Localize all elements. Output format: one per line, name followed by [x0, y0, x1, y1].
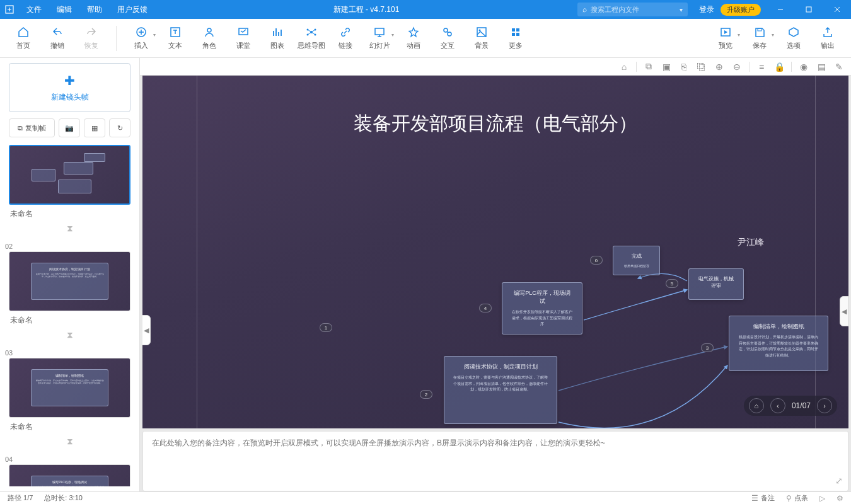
- insert-button[interactable]: 插入▾: [124, 21, 158, 56]
- slide-button[interactable]: 幻灯片▾: [362, 21, 397, 56]
- settings-button[interactable]: ⚙: [837, 494, 843, 503]
- search-input[interactable]: [591, 6, 680, 13]
- canvas-author: 尹江峰: [738, 237, 764, 248]
- snapshot-icon[interactable]: ◉: [798, 61, 809, 72]
- badge-6: 6: [590, 256, 603, 265]
- clipboard-icon[interactable]: ⎘: [678, 61, 690, 72]
- transition-icon[interactable]: ⧗: [9, 220, 130, 236]
- collapse-right-button[interactable]: ◀: [840, 296, 848, 326]
- link-button[interactable]: 链接: [328, 21, 362, 56]
- chart-label: 图表: [270, 41, 284, 50]
- undo-button[interactable]: 撤销: [40, 21, 74, 56]
- maximize-button[interactable]: [794, 0, 823, 19]
- chevron-down-icon: ▾: [772, 32, 774, 38]
- refresh-button[interactable]: ↻: [109, 118, 130, 137]
- more-button[interactable]: 更多: [499, 21, 533, 56]
- flow-node-n4[interactable]: 编写PLC程序，现场调试在软件开发阶段应不断深入了解客户需求，根据实际现场工艺编…: [502, 282, 582, 335]
- slide-icon: [373, 26, 386, 38]
- home-label: 首页: [16, 41, 30, 50]
- thumbnail[interactable]: 阅读技术协议，制定项目计划在项目立项之时，需要与客户沟通阅读技术协议，了解整个项…: [9, 251, 130, 311]
- collapse-left-button[interactable]: ◀: [142, 315, 151, 345]
- copy-icon[interactable]: ⧉: [643, 61, 654, 72]
- menu-file[interactable]: 文件: [19, 0, 49, 19]
- badge-3: 3: [701, 343, 714, 352]
- menu-edit[interactable]: 编辑: [49, 0, 79, 19]
- preview-button[interactable]: 预览▾: [709, 21, 743, 56]
- role-icon: [203, 26, 216, 38]
- node-title: 编写PLC程序，现场调试: [511, 289, 573, 306]
- chart-button[interactable]: 图表: [260, 21, 294, 56]
- options-icon: [787, 26, 800, 38]
- zoom-in-icon[interactable]: ⊕: [714, 61, 725, 72]
- pointer-button[interactable]: ⚲点条: [786, 493, 808, 503]
- redo-button[interactable]: 恢复: [74, 21, 108, 56]
- qr-button[interactable]: ▦: [84, 118, 105, 137]
- save-button[interactable]: 保存▾: [743, 21, 777, 56]
- flow-node-n6[interactable]: 完成纸质单据归档留存: [613, 246, 660, 275]
- options-button[interactable]: 选项: [777, 21, 811, 56]
- flow-node-n3[interactable]: 编制清单，绘制图纸根据项目设计计划，开展初步清单编制，清单内容包括主要器件，订货…: [729, 316, 828, 371]
- nav-home-icon[interactable]: ⌂: [749, 398, 764, 413]
- thumbnail[interactable]: [9, 145, 130, 205]
- slide-label: 幻灯片: [369, 41, 390, 50]
- duplicate-icon[interactable]: ⿻: [696, 61, 707, 72]
- badge-5: 5: [666, 279, 678, 288]
- interact-button[interactable]: 交互: [431, 21, 465, 56]
- canvas[interactable]: 装备开发部项目流程（电气部分） 尹江峰 完成纸质单据归档留存6电气设施，机械评审…: [142, 76, 848, 428]
- play-icon: ▷: [819, 494, 825, 503]
- chart-icon: [271, 26, 284, 38]
- undo-icon: [51, 26, 64, 38]
- copy-frame-button[interactable]: ⧉复制帧: [9, 118, 55, 137]
- node-title: 编制清单，绘制图纸: [738, 323, 819, 331]
- class-button[interactable]: 课堂: [226, 21, 260, 56]
- new-frame-button[interactable]: ✚ 新建镜头帧: [9, 63, 130, 112]
- thumb-label: 未命名: [9, 205, 130, 220]
- thumbnail[interactable]: 编制清单，绘制图纸根据项目设计计划，开展初步清单编制，清单内容包括主要器件，订货…: [9, 358, 130, 418]
- layers-icon[interactable]: ▤: [816, 61, 827, 72]
- notes-toggle-button[interactable]: ☰备注: [751, 493, 775, 503]
- home-icon: [17, 26, 30, 38]
- badge-4: 4: [479, 304, 492, 312]
- role-button[interactable]: 角色: [192, 21, 226, 56]
- align-icon[interactable]: ≡: [756, 61, 767, 72]
- close-button[interactable]: [823, 0, 851, 19]
- export-button[interactable]: 输出: [811, 21, 845, 56]
- node-desc: 在项目立项之时，需要与客户沟通阅读技术协议，了解整个项目需求，列出项目清单，包含…: [453, 375, 548, 393]
- camera-button[interactable]: 📷: [59, 118, 80, 137]
- flow-node-n2[interactable]: 阅读技术协议，制定项目计划在项目立项之时，需要与客户沟通阅读技术协议，了解整个项…: [444, 356, 557, 424]
- paste-icon[interactable]: ▣: [661, 61, 672, 72]
- sliders-icon: ⚙: [837, 494, 843, 503]
- zoom-out-icon[interactable]: ⊖: [731, 61, 743, 72]
- home-icon[interactable]: ⌂: [618, 61, 630, 72]
- text-button[interactable]: 文本: [158, 21, 192, 56]
- edit-icon[interactable]: ✎: [833, 61, 845, 72]
- search-box[interactable]: ⌕ ▾: [577, 3, 688, 16]
- class-label: 课堂: [236, 41, 250, 50]
- toolbar: 首页撤销恢复 插入▾文本角色课堂图表思维导图链接幻灯片▾动画交互背景更多 预览▾…: [0, 19, 851, 58]
- transition-icon[interactable]: ⧗: [9, 327, 130, 343]
- canvas-title: 装备开发部项目流程（电气部分）: [142, 111, 848, 137]
- main-menu: 文件 编辑 帮助 用户反馈: [19, 0, 155, 19]
- expand-icon[interactable]: ⤢: [835, 476, 843, 486]
- anim-button[interactable]: 动画: [397, 21, 431, 56]
- class-icon: [237, 26, 250, 38]
- minimize-button[interactable]: [766, 0, 794, 19]
- transition-icon[interactable]: ⧗: [9, 433, 130, 449]
- menu-feedback[interactable]: 用户反馈: [110, 0, 155, 19]
- flow-node-n5[interactable]: 电气设施，机械评审: [688, 268, 744, 300]
- login-button[interactable]: 登录: [693, 4, 721, 15]
- camera-icon: 📷: [65, 124, 74, 132]
- chevron-down-icon[interactable]: ▾: [680, 6, 683, 13]
- home-button[interactable]: 首页: [6, 21, 40, 56]
- play-button[interactable]: ▷: [819, 494, 825, 503]
- bg-button[interactable]: 背景: [465, 21, 499, 56]
- notes-input[interactable]: [152, 438, 839, 484]
- nav-next-button[interactable]: ›: [817, 398, 832, 413]
- nav-prev-button[interactable]: ‹: [770, 398, 785, 413]
- mindmap-button[interactable]: 思维导图: [294, 21, 328, 56]
- save-label: 保存: [753, 41, 767, 50]
- lock-icon[interactable]: 🔒: [773, 61, 785, 72]
- upgrade-button[interactable]: 升级账户: [721, 4, 761, 16]
- menu-help[interactable]: 帮助: [79, 0, 110, 19]
- thumbnail[interactable]: 编写PLC程序，现场调试在软件开发阶段应不断深入了解客户需求，根据实际现场工艺编…: [9, 464, 130, 486]
